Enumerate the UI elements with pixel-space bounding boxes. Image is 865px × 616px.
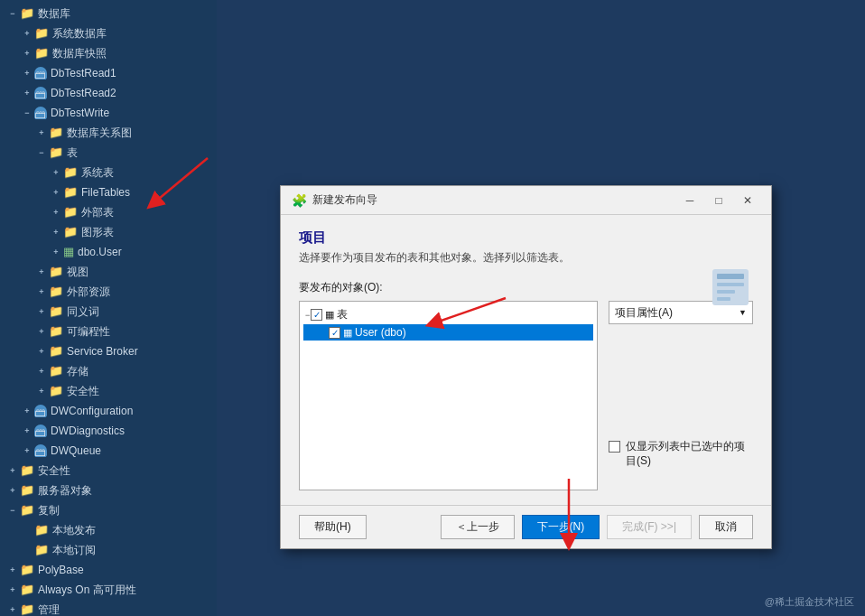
item-label: 可编程性 (67, 323, 110, 340)
expand-icon[interactable]: + (51, 227, 61, 238)
item-label: 数据库 (38, 5, 70, 22)
item-icon: ▦ (63, 244, 74, 260)
sidebar-item-17[interactable]: +📁Service Broker (0, 341, 217, 361)
sidebar-item-12[interactable]: +▦dbo.User (0, 242, 217, 262)
expand-icon[interactable]: + (51, 207, 61, 218)
expand-icon[interactable] (22, 545, 33, 555)
sidebar-item-13[interactable]: +📁视图 (0, 262, 217, 282)
expand-icon[interactable]: + (36, 346, 47, 357)
new-publication-dialog: 🧩 新建发布向导 ─ □ ✕ 项目 选择要作为项目发布的表和其他对象。选择列以筛… (280, 185, 772, 549)
sidebar-item-4[interactable]: +🗃DbTestRead2 (0, 83, 217, 103)
objects-tree-panel[interactable]: − ✓ ▦ 表 ✓ ▦ User (dbo) (299, 301, 598, 490)
expand-icon[interactable]: + (7, 584, 18, 595)
close-button[interactable]: ✕ (735, 191, 760, 210)
sidebar-item-18[interactable]: +📁存储 (0, 361, 217, 381)
sidebar-item-14[interactable]: +📁外部资源 (0, 282, 217, 302)
sidebar-item-27[interactable]: 📁本地订阅 (0, 540, 217, 560)
sidebar-item-19[interactable]: +📁安全性 (0, 381, 217, 401)
sidebar-item-6[interactable]: +📁数据库关系图 (0, 123, 217, 143)
dialog-subtext: 选择要作为项目发布的表和其他对象。选择列以筛选表。 (299, 250, 753, 266)
tree-panel-item-table[interactable]: − ✓ ▦ 表 (303, 305, 593, 324)
item-label: 系统数据库 (52, 25, 107, 42)
sidebar-item-15[interactable]: +📁同义词 (0, 302, 217, 322)
expand-icon[interactable]: − (7, 505, 18, 516)
expand-icon[interactable]: + (7, 485, 18, 496)
expand-icon[interactable]: + (51, 247, 61, 257)
tree-panel-item-user[interactable]: ✓ ▦ User (dbo) (303, 324, 593, 341)
expand-icon[interactable]: + (7, 604, 18, 615)
sidebar-item-29[interactable]: +📁Always On 高可用性 (0, 580, 217, 600)
sidebar-item-24[interactable]: +📁服务器对象 (0, 481, 217, 500)
expand-icon[interactable]: + (51, 167, 61, 178)
item-icon: 📁 (49, 363, 63, 379)
expand-icon[interactable]: + (36, 366, 47, 377)
item-label: 数据库关系图 (67, 125, 132, 141)
sidebar-item-22[interactable]: +🗃DWQueue (0, 441, 217, 461)
item-icon: 📁 (49, 145, 63, 161)
sidebar-item-10[interactable]: +📁外部表 (0, 202, 217, 222)
expand-icon[interactable]: − (7, 8, 18, 19)
expand-icon[interactable]: + (22, 425, 33, 436)
item-label: 安全性 (67, 383, 99, 399)
sidebar-item-16[interactable]: +📁可编程性 (0, 322, 217, 341)
finish-button[interactable]: 完成(F) >>| (607, 515, 692, 539)
item-icon: 📁 (34, 25, 49, 42)
sidebar-item-23[interactable]: +📁安全性 (0, 461, 217, 481)
sidebar-item-5[interactable]: −🗃DbTestWrite (0, 103, 217, 123)
item-label: DWDiagnostics (51, 423, 125, 439)
expand-icon[interactable]: + (22, 28, 33, 39)
expand-icon[interactable]: + (51, 187, 61, 198)
help-button[interactable]: 帮助(H) (299, 515, 367, 539)
expand-icon[interactable]: + (7, 565, 18, 575)
checkbox-user[interactable]: ✓ (329, 327, 340, 339)
item-label: 管理 (38, 602, 60, 616)
show-selected-checkbox[interactable] (609, 441, 620, 453)
sidebar-item-0[interactable]: −📁数据库 (0, 4, 217, 23)
expand-icon[interactable]: − (36, 147, 47, 158)
back-button[interactable]: ＜上一步 (441, 515, 515, 539)
expand-icon[interactable]: + (7, 465, 18, 476)
expand-icon[interactable] (22, 525, 33, 536)
expand-icon[interactable]: + (36, 306, 47, 317)
expand-icon[interactable]: + (22, 445, 33, 456)
item-label: 本地订阅 (52, 542, 96, 558)
sidebar-item-26[interactable]: 📁本地发布 (0, 520, 217, 540)
item-icon: 📁 (63, 164, 78, 181)
item-icon: 📁 (20, 562, 34, 578)
item-icon: 📁 (20, 582, 34, 598)
expand-icon[interactable]: + (36, 326, 47, 337)
sidebar-item-20[interactable]: +🗃DWConfiguration (0, 401, 217, 421)
maximize-button[interactable]: □ (706, 191, 731, 210)
sidebar-item-3[interactable]: +🗃DbTestRead1 (0, 63, 217, 83)
expand-icon[interactable]: + (22, 406, 33, 416)
sidebar-item-2[interactable]: +📁数据库快照 (0, 43, 217, 63)
checkbox-table[interactable]: ✓ (311, 309, 322, 321)
sidebar-item-25[interactable]: −📁复制 (0, 500, 217, 520)
user-label: User (dbo) (355, 326, 406, 339)
item-label: Always On 高可用性 (38, 582, 136, 598)
expand-icon[interactable]: − (22, 107, 33, 118)
minimize-button[interactable]: ─ (677, 191, 702, 210)
sidebar-item-8[interactable]: +📁系统表 (0, 163, 217, 182)
section-label: 要发布的对象(O): (299, 280, 753, 295)
expand-icon[interactable]: + (22, 48, 33, 59)
cancel-button[interactable]: 取消 (699, 515, 753, 539)
sidebar-item-30[interactable]: +📁管理 (0, 600, 217, 616)
sidebar-item-21[interactable]: +🗃DWDiagnostics (0, 421, 217, 441)
next-button[interactable]: 下一步(N) (522, 515, 600, 539)
watermark: @稀土掘金技术社区 (765, 595, 854, 609)
sidebar-item-28[interactable]: +📁PolyBase (0, 560, 217, 580)
expand-icon[interactable]: + (36, 127, 47, 138)
expand-icon[interactable]: + (36, 266, 47, 277)
expand-icon[interactable]: + (22, 68, 33, 79)
item-label: 图形表 (81, 224, 114, 240)
sidebar-item-11[interactable]: +📁图形表 (0, 222, 217, 242)
expand-icon[interactable]: + (36, 386, 47, 397)
sidebar-item-9[interactable]: +📁FileTables (0, 182, 217, 202)
expand-icon[interactable]: + (22, 88, 33, 98)
expand-icon[interactable]: + (36, 286, 47, 297)
sidebar-item-1[interactable]: +📁系统数据库 (0, 23, 217, 43)
svg-rect-3 (717, 290, 735, 294)
item-label: 外部表 (81, 204, 114, 220)
sidebar-item-7[interactable]: −📁表 (0, 143, 217, 163)
